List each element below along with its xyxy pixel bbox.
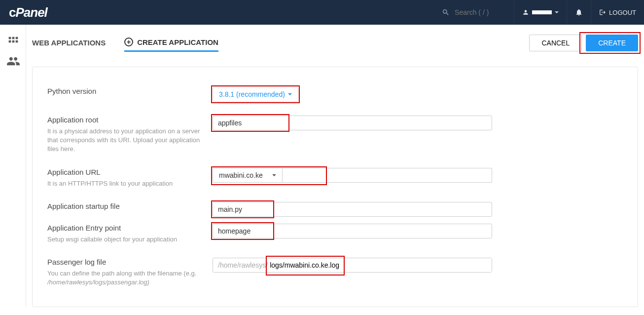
caret-down-icon: [272, 174, 276, 176]
logout-icon: [599, 9, 606, 16]
app-url-path-input[interactable]: [283, 168, 492, 183]
top-bar: cPanel LOGOUT: [0, 0, 644, 25]
cancel-button[interactable]: CANCEL: [529, 35, 582, 51]
notifications[interactable]: [567, 0, 591, 25]
search-wrap[interactable]: [442, 8, 504, 16]
label-startup-file: Application startup file: [47, 202, 203, 210]
app-url-domain-value: mwabini.co.ke: [219, 171, 263, 179]
label-app-root: Application root: [47, 116, 203, 124]
python-version-value: 3.8.1 (recommended): [219, 90, 285, 98]
help-entry-point: Setup wsgi callable object for your appl…: [47, 235, 203, 244]
tab-create-application[interactable]: + CREATE APPLICATION: [124, 34, 218, 52]
sidebar: [0, 25, 26, 307]
log-file-prefix: /home/rawlesys/: [213, 258, 270, 272]
label-app-url: Application URL: [47, 168, 203, 176]
cpanel-logo: cPanel: [0, 5, 56, 20]
logout-button[interactable]: LOGOUT: [591, 0, 644, 25]
search-icon: [442, 8, 450, 16]
startup-file-input[interactable]: [213, 202, 492, 217]
create-button[interactable]: CREATE: [586, 35, 638, 51]
tab-web-applications[interactable]: WEB APPLICATIONS: [32, 35, 106, 51]
entry-point-input[interactable]: [213, 224, 492, 238]
help-log-file: You can define the path along with the f…: [47, 269, 203, 287]
logout-label: LOGOUT: [609, 9, 636, 16]
user-icon: [522, 9, 529, 16]
app-url-domain-select[interactable]: mwabini.co.ke: [213, 168, 283, 183]
help-app-url: It is an HTTP/HTTPS link to your applica…: [47, 179, 203, 188]
tab-label: CREATE APPLICATION: [137, 38, 218, 46]
bell-icon: [575, 8, 583, 16]
tab-label: WEB APPLICATIONS: [32, 39, 106, 47]
create-app-form: Python version 3.8.1 (recommended) Appli…: [32, 67, 638, 307]
help-app-root: It is a physical address to your applica…: [47, 127, 203, 154]
caret-down-icon: [288, 93, 292, 95]
label-entry-point: Application Entry point: [47, 224, 203, 232]
grid-icon: [6, 35, 20, 48]
label-python-version: Python version: [47, 87, 203, 95]
sidebar-users[interactable]: [0, 51, 26, 71]
label-log-file: Passenger log file: [47, 258, 203, 266]
sidebar-apps[interactable]: [0, 32, 26, 51]
content-area: WEB APPLICATIONS + CREATE APPLICATION CA…: [26, 25, 644, 307]
app-root-input[interactable]: [213, 116, 492, 130]
user-menu[interactable]: [514, 0, 567, 25]
users-icon: [6, 54, 20, 68]
plus-circle-icon: +: [124, 38, 133, 46]
search-input[interactable]: [455, 8, 504, 16]
python-version-select[interactable]: 3.8.1 (recommended): [213, 87, 298, 102]
log-file-input[interactable]: [270, 258, 492, 272]
